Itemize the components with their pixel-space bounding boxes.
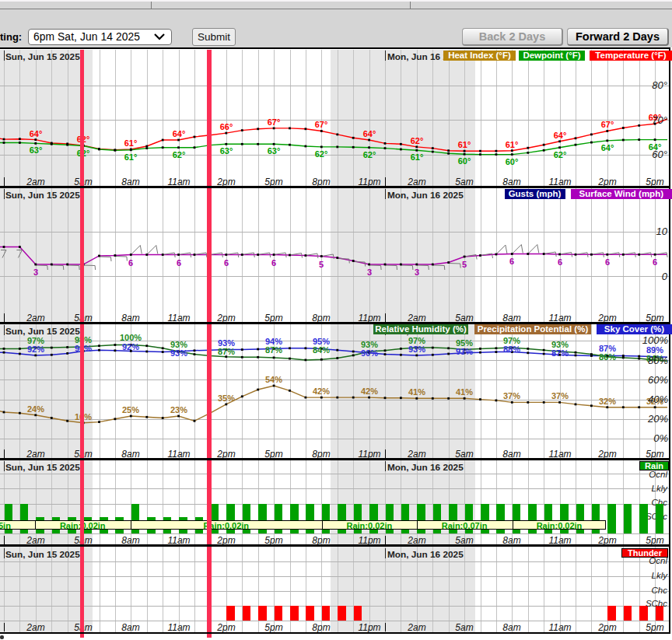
svg-text:41%: 41% — [456, 387, 473, 397]
svg-text:3: 3 — [367, 268, 372, 277]
svg-text:67°: 67° — [315, 120, 328, 129]
svg-text:87%: 87% — [265, 345, 282, 355]
svg-text:37%: 37% — [551, 391, 569, 400]
svg-text:67°: 67° — [268, 117, 281, 127]
svg-text:5: 5 — [319, 260, 324, 269]
svg-text:66°: 66° — [220, 122, 233, 131]
svg-text:6: 6 — [653, 257, 657, 267]
svg-text:92%: 92% — [27, 344, 44, 354]
svg-text:37%: 37% — [503, 391, 520, 400]
svg-text:87%: 87% — [551, 348, 569, 358]
svg-text:6: 6 — [558, 257, 562, 267]
svg-text:93%: 93% — [170, 348, 187, 358]
svg-text:61°: 61° — [506, 140, 519, 149]
svg-text:42%: 42% — [313, 386, 330, 396]
svg-text:62°: 62° — [411, 136, 424, 145]
svg-text:60°: 60° — [506, 157, 519, 166]
svg-text:93%: 93% — [456, 347, 473, 356]
svg-text:64°: 64° — [173, 129, 186, 138]
svg-text:23%: 23% — [170, 405, 187, 414]
svg-text:67°: 67° — [601, 120, 614, 129]
svg-text:3: 3 — [33, 268, 38, 277]
svg-text:6: 6 — [177, 258, 181, 268]
svg-text:54%: 54% — [265, 375, 282, 384]
svg-text:42%: 42% — [361, 386, 378, 396]
svg-text:32%: 32% — [599, 397, 616, 406]
svg-text:6: 6 — [128, 258, 133, 268]
svg-text:63°: 63° — [30, 145, 43, 155]
svg-text:41%: 41% — [408, 387, 425, 397]
svg-text:6: 6 — [271, 258, 276, 268]
svg-text:6: 6 — [605, 257, 610, 267]
svg-text:64°: 64° — [30, 129, 43, 138]
svg-text:61°: 61° — [411, 152, 424, 162]
svg-text:64°: 64° — [363, 129, 376, 138]
svg-text:100%: 100% — [120, 333, 142, 342]
svg-text:62°: 62° — [554, 150, 567, 159]
svg-text:62°: 62° — [363, 150, 376, 159]
svg-text:5: 5 — [462, 260, 467, 269]
svg-text:25%: 25% — [122, 405, 139, 414]
svg-text:6: 6 — [224, 258, 229, 268]
svg-text:64°: 64° — [554, 131, 567, 140]
svg-text:61°: 61° — [458, 140, 471, 149]
svg-text:64°: 64° — [601, 143, 614, 152]
svg-text:35%: 35% — [218, 393, 235, 403]
svg-text:88%: 88% — [503, 344, 520, 354]
svg-text:62°: 62° — [315, 149, 328, 159]
svg-text:84%: 84% — [313, 345, 330, 355]
svg-text:63°: 63° — [268, 146, 281, 156]
svg-text:90%: 90% — [361, 348, 378, 358]
svg-text:87%: 87% — [218, 347, 235, 356]
svg-text:92%: 92% — [122, 342, 139, 351]
svg-text:24%: 24% — [27, 404, 44, 414]
svg-text:93%: 93% — [408, 344, 425, 354]
svg-text:63°: 63° — [220, 146, 233, 156]
svg-text:61°: 61° — [124, 138, 138, 148]
svg-text:6: 6 — [509, 257, 514, 266]
svg-text:61°: 61° — [124, 152, 138, 162]
svg-text:62°: 62° — [173, 150, 186, 159]
svg-text:3: 3 — [415, 268, 419, 277]
svg-text:60°: 60° — [458, 156, 471, 166]
svg-text:86%: 86% — [599, 352, 616, 362]
